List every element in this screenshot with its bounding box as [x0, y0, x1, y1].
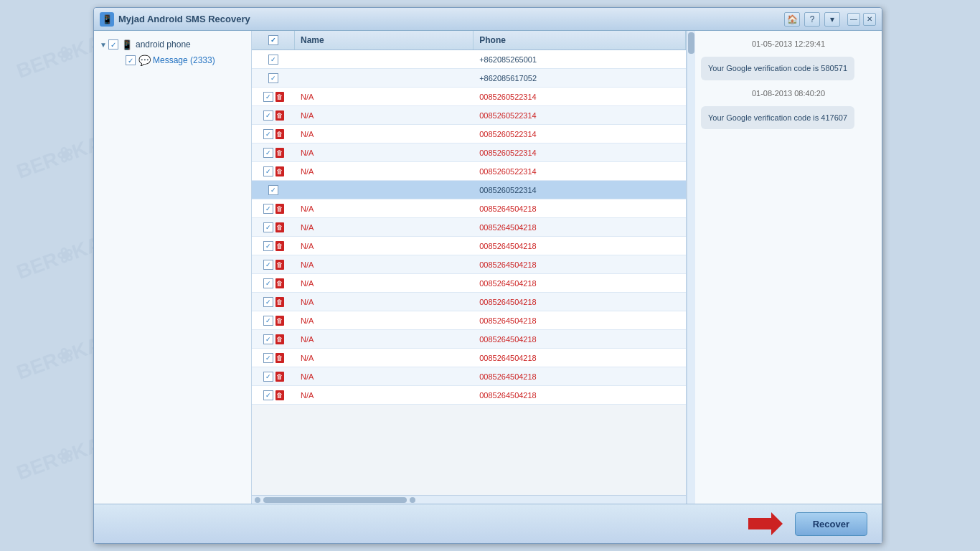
message-bubble: Your Google verification code is 417607: [701, 106, 854, 130]
row-checkbox[interactable]: [268, 185, 278, 195]
root-checkbox[interactable]: [108, 39, 118, 50]
minimize-button[interactable]: —: [847, 13, 860, 26]
table-row[interactable]: 🗑N/A0085260522314: [252, 88, 686, 106]
title-bar-nav: 🏠 ? ▾: [784, 12, 840, 27]
table-row[interactable]: 🗑N/A0085260522314: [252, 106, 686, 125]
table-row[interactable]: 🗑N/A0085260522314: [252, 125, 686, 143]
row-phone-cell: 0085264504218: [473, 278, 686, 289]
row-check-cell: [252, 72, 295, 85]
row-checkbox[interactable]: [263, 390, 273, 400]
table-row[interactable]: 🗑N/A0085264504218: [252, 237, 686, 255]
table-row[interactable]: +862085617052: [252, 69, 686, 88]
dropdown-button[interactable]: ▾: [824, 12, 840, 27]
close-button[interactable]: ✕: [863, 13, 876, 26]
home-button[interactable]: 🏠: [784, 12, 800, 27]
table-row[interactable]: 🗑N/A0085264504218: [252, 218, 686, 237]
table-row[interactable]: 🗑N/A0085264504218: [252, 367, 686, 386]
row-checkbox[interactable]: [263, 241, 273, 251]
row-checkbox[interactable]: [263, 92, 273, 102]
scroll-right-arrow[interactable]: [410, 497, 415, 503]
row-name-cell: N/A: [295, 259, 473, 270]
row-phone-cell: 0085264504218: [473, 240, 686, 252]
v-scrollbar[interactable]: [687, 31, 695, 504]
scroll-thumb[interactable]: [263, 497, 407, 503]
trash-icon: 🗑: [275, 353, 284, 363]
message-timestamp: 01-08-2013 08:40:20: [701, 86, 876, 100]
app-title: Myjad Android SMS Recovery: [118, 14, 784, 24]
row-phone-cell: 0085264504218: [473, 352, 686, 364]
message-checkbox[interactable]: [126, 55, 136, 65]
row-check-cell: 🗑: [252, 240, 295, 253]
row-phone-cell: +862085617052: [473, 72, 686, 84]
row-check-cell: 🗑: [252, 146, 295, 159]
table-row[interactable]: 🗑N/A0085264504218: [252, 330, 686, 349]
table-row[interactable]: 🗑N/A0085264504218: [252, 386, 686, 405]
row-check-cell: 🗑: [252, 258, 295, 271]
h-scrollbar[interactable]: [252, 495, 686, 504]
table-row[interactable]: 🗑N/A0085264504218: [252, 274, 686, 293]
row-checkbox[interactable]: [268, 73, 278, 83]
row-checkbox[interactable]: [263, 110, 273, 121]
right-arrow-svg: [748, 512, 783, 535]
table-row[interactable]: 🗑N/A0085264504218: [252, 349, 686, 367]
table-header: Name Phone: [252, 31, 686, 50]
header-checkbox[interactable]: [268, 35, 278, 45]
row-name-cell: N/A: [295, 91, 473, 103]
trash-icon: 🗑: [275, 110, 284, 121]
row-checkbox[interactable]: [263, 129, 273, 139]
row-phone-cell: 0085260522314: [473, 184, 686, 196]
row-checkbox[interactable]: [263, 316, 273, 326]
row-name-cell: N/A: [295, 278, 473, 289]
row-name-cell: N/A: [295, 371, 473, 382]
table-row[interactable]: 🗑N/A0085260522314: [252, 162, 686, 181]
v-scrollbar-thumb[interactable]: [688, 32, 694, 54]
table-row[interactable]: +862085265001: [252, 50, 686, 69]
row-checkbox[interactable]: [263, 372, 273, 382]
scroll-left-arrow[interactable]: [255, 497, 260, 503]
row-checkbox[interactable]: [263, 260, 273, 270]
trash-icon: 🗑: [275, 241, 284, 251]
trash-icon: 🗑: [275, 222, 284, 232]
row-check-cell: 🗑: [252, 277, 295, 290]
row-checkbox[interactable]: [263, 334, 273, 344]
row-name-cell: N/A: [295, 240, 473, 252]
table-panel: Name Phone +862085265001+862085617052🗑N/…: [252, 31, 687, 504]
row-name-cell: N/A: [295, 334, 473, 345]
row-name-cell: [295, 58, 473, 61]
table-row[interactable]: 🗑N/A0085264504218: [252, 255, 686, 274]
trash-icon: 🗑: [275, 372, 284, 382]
row-checkbox[interactable]: [263, 148, 273, 158]
message-label: Message (2333): [153, 55, 215, 65]
row-checkbox[interactable]: [263, 166, 273, 176]
row-checkbox[interactable]: [268, 55, 278, 65]
trash-icon: 🗑: [275, 260, 284, 270]
row-check-cell: [252, 184, 295, 197]
help-button[interactable]: ?: [804, 12, 820, 27]
row-checkbox[interactable]: [263, 297, 273, 307]
table-row[interactable]: 🗑N/A0085264504218: [252, 311, 686, 330]
table-row[interactable]: 🗑N/A0085264504218: [252, 293, 686, 311]
svg-marker-0: [748, 512, 783, 535]
row-phone-cell: 0085264504218: [473, 296, 686, 308]
row-name-cell: N/A: [295, 390, 473, 401]
row-phone-cell: 0085264504218: [473, 203, 686, 215]
table-row[interactable]: 🗑N/A0085264504218: [252, 199, 686, 218]
app-icon: 📱: [100, 12, 114, 27]
row-checkbox[interactable]: [263, 278, 273, 288]
row-checkbox[interactable]: [263, 222, 273, 232]
row-checkbox[interactable]: [263, 353, 273, 363]
row-phone-cell: 0085260522314: [473, 91, 686, 103]
tree-root-item[interactable]: ▼ 📱 android phone: [97, 37, 248, 52]
row-name-cell: N/A: [295, 110, 473, 121]
table-row[interactable]: 🗑N/A0085260522314: [252, 143, 686, 162]
row-phone-cell: 0085264504218: [473, 334, 686, 345]
table-body: +862085265001+862085617052🗑N/A0085260522…: [252, 50, 686, 495]
trash-icon: 🗑: [275, 297, 284, 307]
table-row[interactable]: 0085260522314: [252, 181, 686, 199]
row-checkbox[interactable]: [263, 204, 273, 214]
recover-button[interactable]: Recover: [795, 512, 867, 536]
trash-icon: 🗑: [275, 390, 284, 400]
row-check-cell: [252, 53, 295, 66]
row-check-cell: 🗑: [252, 221, 295, 234]
tree-message-item[interactable]: 💬 Message (2333): [97, 52, 248, 68]
